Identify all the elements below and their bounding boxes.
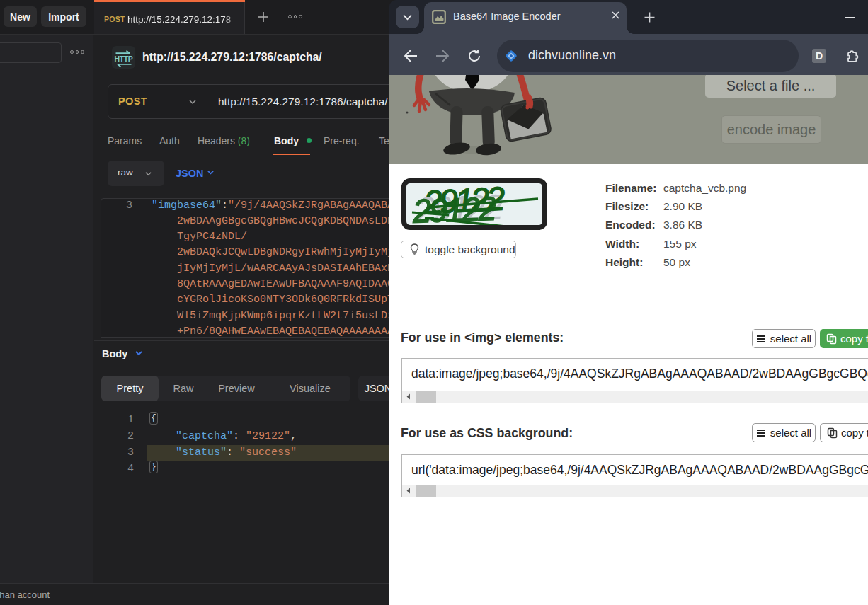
svg-text:29122: 29122 xyxy=(411,190,497,225)
svg-text:HTTP: HTTP xyxy=(115,54,133,63)
